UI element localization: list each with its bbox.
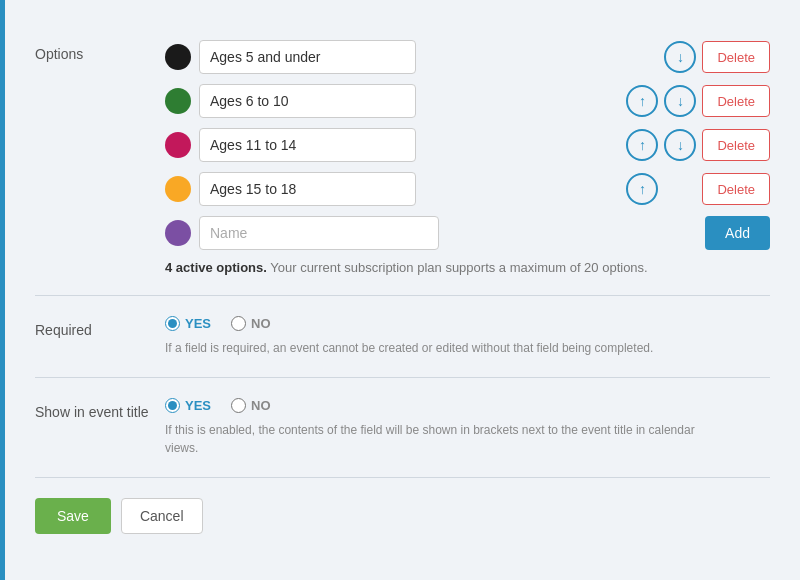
option-color-dot [165, 132, 191, 158]
bottom-actions: Save Cancel [35, 478, 770, 544]
save-button[interactable]: Save [35, 498, 111, 534]
delete-button[interactable]: Delete [702, 41, 770, 73]
required-yes-text: YES [185, 316, 211, 331]
required-description: If a field is required, an event cannot … [165, 339, 725, 357]
move-up-button[interactable]: ↑ [626, 129, 658, 161]
option-row: ↑Delete [165, 172, 770, 206]
down-arrow-icon: ↓ [677, 93, 684, 109]
down-arrow-icon: ↓ [677, 49, 684, 65]
move-down-button[interactable]: ↓ [664, 129, 696, 161]
option-input[interactable] [199, 172, 416, 206]
show-no-label[interactable]: NO [231, 398, 271, 413]
main-container: Options ↓Delete↑↓Delete↑↓Delete↑Delete A… [0, 0, 800, 580]
delete-button[interactable]: Delete [702, 85, 770, 117]
options-info: 4 active options. Your current subscript… [165, 260, 770, 275]
options-label: Options [35, 40, 165, 275]
up-arrow-icon: ↑ [639, 93, 646, 109]
required-yes-radio[interactable] [165, 316, 180, 331]
options-content: ↓Delete↑↓Delete↑↓Delete↑Delete Add 4 act… [165, 40, 770, 275]
new-option-dot [165, 220, 191, 246]
option-row: ↑↓Delete [165, 84, 770, 118]
show-yes-text: YES [185, 398, 211, 413]
new-option-input[interactable] [199, 216, 439, 250]
required-no-text: NO [251, 316, 271, 331]
show-in-event-title-content: YES NO If this is enabled, the contents … [165, 398, 770, 457]
option-color-dot [165, 44, 191, 70]
option-input[interactable] [199, 40, 416, 74]
cancel-button[interactable]: Cancel [121, 498, 203, 534]
show-in-event-title-radio-group: YES NO [165, 398, 770, 413]
required-no-radio[interactable] [231, 316, 246, 331]
option-input[interactable] [199, 84, 416, 118]
required-yes-label[interactable]: YES [165, 316, 211, 331]
required-radio-group: YES NO [165, 316, 770, 331]
show-in-event-title-label: Show in event title [35, 398, 165, 457]
delete-button[interactable]: Delete [702, 129, 770, 161]
up-arrow-icon: ↑ [639, 181, 646, 197]
down-arrow-icon: ↓ [677, 137, 684, 153]
option-input[interactable] [199, 128, 416, 162]
required-section: Required YES NO If a field is required, … [35, 296, 770, 378]
options-section: Options ↓Delete↑↓Delete↑↓Delete↑Delete A… [35, 20, 770, 296]
option-row: ↑↓Delete [165, 128, 770, 162]
content: Options ↓Delete↑↓Delete↑↓Delete↑Delete A… [5, 0, 800, 580]
required-label: Required [35, 316, 165, 357]
move-down-button[interactable]: ↓ [664, 41, 696, 73]
option-row: ↓Delete [165, 40, 770, 74]
required-no-label[interactable]: NO [231, 316, 271, 331]
new-option-row: Add [165, 216, 770, 250]
options-info-normal: Your current subscription plan supports … [270, 260, 647, 275]
show-description: If this is enabled, the contents of the … [165, 421, 725, 457]
options-info-bold: 4 active options. [165, 260, 267, 275]
option-color-dot [165, 88, 191, 114]
move-up-button[interactable]: ↑ [626, 85, 658, 117]
show-no-radio[interactable] [231, 398, 246, 413]
show-in-event-title-section: Show in event title YES NO If this is en… [35, 378, 770, 478]
move-up-button[interactable]: ↑ [626, 173, 658, 205]
add-button[interactable]: Add [705, 216, 770, 250]
required-content: YES NO If a field is required, an event … [165, 316, 770, 357]
delete-button[interactable]: Delete [702, 173, 770, 205]
move-down-button[interactable]: ↓ [664, 85, 696, 117]
up-arrow-icon: ↑ [639, 137, 646, 153]
option-color-dot [165, 176, 191, 202]
show-no-text: NO [251, 398, 271, 413]
options-rows: ↓Delete↑↓Delete↑↓Delete↑Delete [165, 40, 770, 206]
show-yes-radio[interactable] [165, 398, 180, 413]
show-yes-label[interactable]: YES [165, 398, 211, 413]
